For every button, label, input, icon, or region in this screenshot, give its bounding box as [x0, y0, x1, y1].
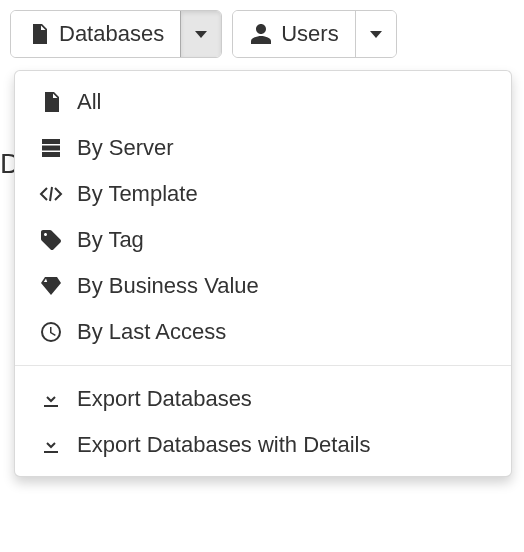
tag-icon [39, 228, 63, 252]
download-icon [39, 387, 63, 411]
menu-item-all[interactable]: All [15, 79, 511, 125]
menu-item-label: By Server [77, 135, 174, 161]
menu-item-by-server[interactable]: By Server [15, 125, 511, 171]
databases-dropdown-toggle[interactable] [180, 11, 221, 57]
menu-item-label: By Tag [77, 227, 144, 253]
code-icon [39, 182, 63, 206]
databases-dropdown-menu: All By Server By Template By Tag By Busi… [14, 70, 512, 477]
user-icon [249, 22, 273, 46]
users-button[interactable]: Users [233, 11, 354, 57]
menu-item-label: All [77, 89, 101, 115]
users-dropdown-toggle[interactable] [355, 11, 396, 57]
menu-item-by-business-value[interactable]: By Business Value [15, 263, 511, 309]
menu-item-label: Export Databases with Details [77, 432, 370, 458]
menu-item-by-template[interactable]: By Template [15, 171, 511, 217]
caret-down-icon [195, 31, 207, 38]
server-icon [39, 136, 63, 160]
menu-item-label: By Business Value [77, 273, 259, 299]
menu-item-label: Export Databases [77, 386, 252, 412]
toolbar: Databases Users [10, 10, 514, 58]
databases-label: Databases [59, 21, 164, 47]
users-label: Users [281, 21, 338, 47]
menu-item-export-databases[interactable]: Export Databases [15, 376, 511, 422]
menu-divider [15, 365, 511, 366]
menu-item-label: By Template [77, 181, 198, 207]
file-icon [39, 90, 63, 114]
users-button-group: Users [232, 10, 396, 58]
databases-button[interactable]: Databases [11, 11, 180, 57]
caret-down-icon [370, 31, 382, 38]
menu-item-by-last-access[interactable]: By Last Access [15, 309, 511, 355]
menu-item-by-tag[interactable]: By Tag [15, 217, 511, 263]
databases-button-group: Databases [10, 10, 222, 58]
menu-item-label: By Last Access [77, 319, 226, 345]
diamond-icon [39, 274, 63, 298]
download-icon [39, 433, 63, 457]
clock-icon [39, 320, 63, 344]
file-icon [27, 22, 51, 46]
svg-line-0 [50, 187, 52, 201]
menu-item-export-databases-details[interactable]: Export Databases with Details [15, 422, 511, 468]
